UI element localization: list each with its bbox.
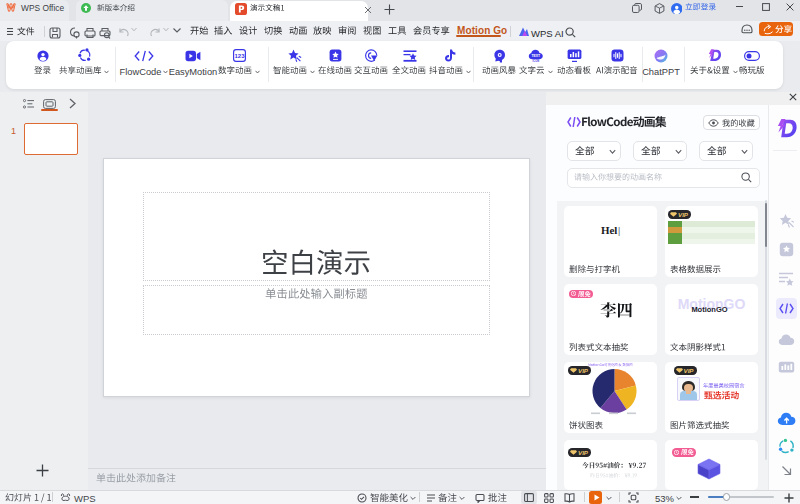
svg-text:ICON: ICON xyxy=(532,59,539,63)
svg-text:123: 123 xyxy=(234,53,245,59)
svg-text:TEXT: TEXT xyxy=(531,53,541,57)
